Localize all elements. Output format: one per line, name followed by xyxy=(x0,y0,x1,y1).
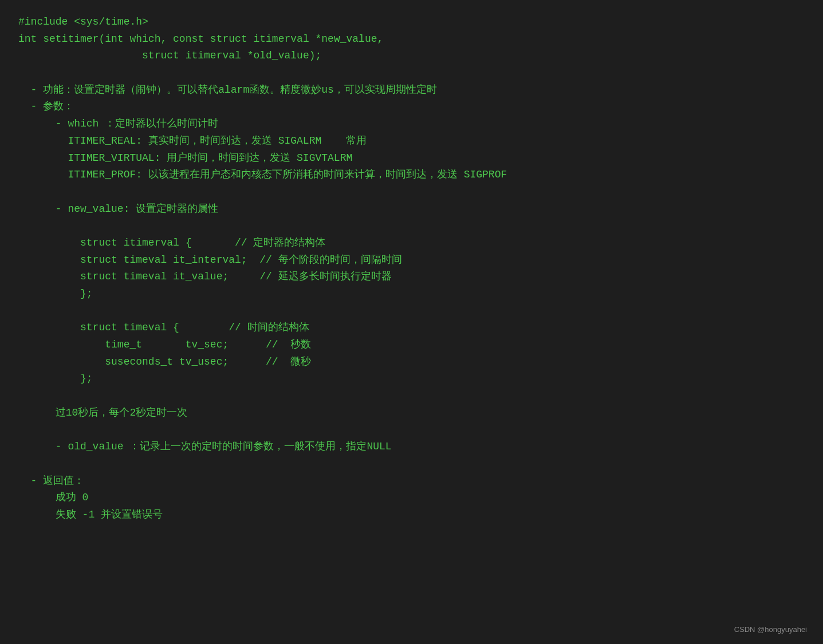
code-line: ITIMER_VIRTUAL: 用户时间，时间到达，发送 SIGVTALRM xyxy=(18,150,805,167)
code-line: - 功能：设置定时器（闹钟）。可以替代alarm函数。精度微妙us，可以实现周期… xyxy=(18,82,805,99)
code-line: int setitimer(int which, const struct it… xyxy=(18,31,805,48)
code-line: struct timeval it_interval; // 每个阶段的时间，间… xyxy=(18,252,805,269)
code-line: - which ：定时器以什么时间计时 xyxy=(18,116,805,133)
watermark-text: CSDN @hongyuyahei xyxy=(734,625,807,634)
code-line: 成功 0 xyxy=(18,489,805,507)
blank-line xyxy=(18,65,805,82)
code-line: struct itimerval *old_value); xyxy=(18,48,805,65)
code-line: ITIMER_PROF: 以该进程在用户态和内核态下所消耗的时间来计算，时间到达… xyxy=(18,167,805,184)
code-line: struct timeval it_value; // 延迟多长时间执行定时器 xyxy=(18,268,805,286)
code-line: }; xyxy=(18,370,805,388)
code-line: suseconds_t tv_usec; // 微秒 xyxy=(18,354,805,371)
code-line: struct itimerval { // 定时器的结构体 xyxy=(18,235,805,252)
blank-line xyxy=(18,388,805,405)
blank-line xyxy=(18,218,805,235)
code-line: - 参数： xyxy=(18,98,805,116)
code-line: - new_value: 设置定时器的属性 xyxy=(18,201,805,218)
code-line: 失败 -1 并设置错误号 xyxy=(18,507,805,524)
code-line: - old_value ：记录上一次的定时的时间参数，一般不使用，指定NULL xyxy=(18,438,805,456)
blank-line xyxy=(18,303,805,320)
code-line: - 返回值： xyxy=(18,473,805,490)
code-block: #include <sys/time.h>int setitimer(int w… xyxy=(0,0,823,644)
code-line: time_t tv_sec; // 秒数 xyxy=(18,337,805,354)
blank-line xyxy=(18,456,805,473)
code-line: #include <sys/time.h> xyxy=(18,14,805,31)
blank-line xyxy=(18,422,805,439)
code-line: }; xyxy=(18,286,805,303)
code-line: 过10秒后，每个2秒定时一次 xyxy=(18,405,805,422)
blank-line xyxy=(18,184,805,201)
code-line: ITIMER_REAL: 真实时间，时间到达，发送 SIGALRM 常用 xyxy=(18,133,805,150)
code-line: struct timeval { // 时间的结构体 xyxy=(18,319,805,337)
